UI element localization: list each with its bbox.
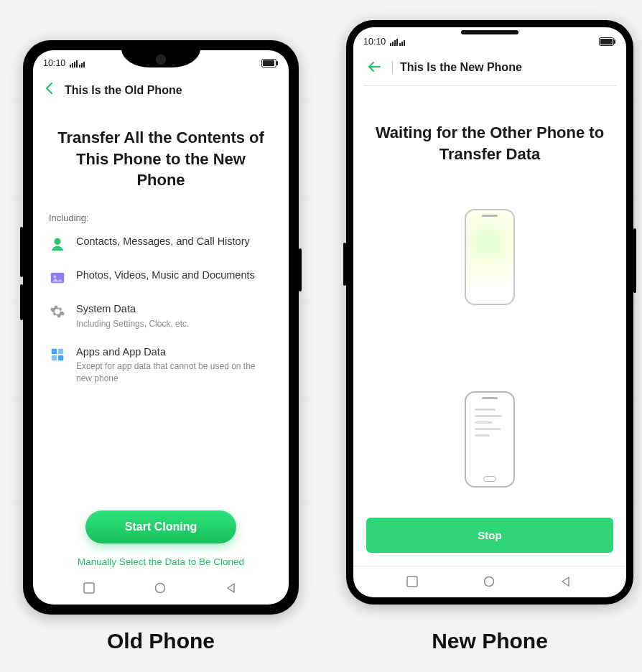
header-divider — [392, 61, 393, 74]
stop-button[interactable]: Stop — [366, 518, 613, 553]
status-time: 10:10 — [43, 58, 65, 68]
svg-rect-14 — [58, 349, 63, 354]
item-title: Contacts, Messages, and Call History — [76, 235, 273, 249]
svg-rect-6 — [83, 62, 85, 67]
app-header: This Is the New Phone — [363, 49, 616, 86]
svg-rect-2 — [74, 62, 75, 67]
svg-rect-13 — [52, 349, 57, 354]
svg-rect-4 — [79, 65, 80, 67]
svg-rect-22 — [396, 39, 398, 46]
back-arrow-icon[interactable] — [363, 56, 385, 78]
apps-icon — [49, 346, 66, 363]
svg-rect-23 — [399, 43, 401, 46]
svg-point-18 — [155, 584, 164, 593]
include-item-system: System Data Including Settings, Clock, e… — [49, 302, 273, 330]
nav-home-icon[interactable] — [483, 576, 496, 589]
illustration-phone-top — [465, 209, 515, 305]
svg-rect-1 — [72, 63, 73, 67]
svg-rect-29 — [407, 577, 417, 587]
svg-rect-8 — [263, 60, 274, 66]
contact-icon — [49, 235, 66, 253]
item-subtitle: Including Settings, Clock, etc. — [76, 318, 273, 330]
include-item-apps: Apps and App Data Except for app data th… — [49, 345, 273, 384]
svg-rect-3 — [76, 60, 78, 67]
include-item-media: Photos, Videos, Music and Documents — [49, 269, 273, 286]
item-title: Apps and App Data — [76, 345, 273, 360]
item-subtitle: Except for app data that cannot be used … — [76, 360, 273, 383]
including-label: Including: — [49, 213, 273, 223]
gear-icon — [49, 303, 66, 320]
svg-rect-24 — [401, 42, 403, 46]
back-chevron-icon[interactable] — [40, 79, 57, 101]
svg-rect-27 — [600, 39, 613, 45]
app-header: This Is the Old Phone — [33, 72, 289, 108]
speaker-pill — [461, 30, 518, 34]
svg-rect-17 — [84, 583, 94, 593]
android-nav-bar — [33, 573, 289, 605]
svg-point-30 — [484, 577, 493, 586]
illustration-phone-bottom — [465, 391, 515, 487]
signal-icon — [390, 37, 406, 46]
caption-old-phone: Old Phone — [23, 629, 299, 653]
status-time: 10:10 — [363, 37, 386, 47]
nav-home-icon[interactable] — [154, 582, 167, 595]
android-nav-bar — [353, 566, 626, 597]
header-title: This Is the New Phone — [400, 61, 522, 74]
nav-back-icon[interactable] — [225, 582, 238, 595]
svg-rect-0 — [70, 65, 71, 67]
page-title: Transfer All the Contents of This Phone … — [53, 127, 269, 191]
media-icon — [49, 269, 66, 286]
svg-rect-19 — [390, 43, 391, 46]
svg-rect-15 — [52, 355, 57, 360]
include-item-contacts: Contacts, Messages, and Call History — [49, 235, 273, 253]
item-title: System Data — [76, 302, 273, 317]
header-title: This Is the Old Phone — [65, 84, 182, 97]
nav-recent-icon[interactable] — [83, 582, 96, 595]
battery-icon — [261, 59, 279, 67]
svg-rect-16 — [58, 355, 63, 360]
svg-rect-9 — [276, 61, 278, 65]
svg-point-10 — [54, 238, 60, 245]
svg-rect-28 — [614, 39, 615, 44]
old-phone-frame: 10:10 — [23, 40, 299, 615]
svg-rect-21 — [394, 40, 396, 46]
manual-select-link[interactable]: Manually Select the Data to Be Cloned — [49, 556, 273, 567]
svg-point-12 — [54, 275, 57, 278]
page-title: Waiting for the Other Phone to Transfer … — [368, 122, 612, 164]
svg-rect-5 — [81, 63, 83, 67]
new-phone-frame: 10:10 — [346, 20, 633, 605]
svg-rect-20 — [392, 42, 394, 46]
caption-new-phone: New Phone — [346, 629, 633, 653]
svg-rect-25 — [404, 40, 405, 46]
nav-back-icon[interactable] — [560, 576, 573, 589]
start-cloning-button[interactable]: Start Cloning — [85, 510, 236, 543]
waiting-illustration — [353, 193, 626, 518]
signal-icon — [70, 59, 85, 67]
nav-recent-icon[interactable] — [406, 576, 419, 589]
item-title: Photos, Videos, Music and Documents — [76, 269, 273, 283]
battery-icon — [599, 37, 616, 46]
